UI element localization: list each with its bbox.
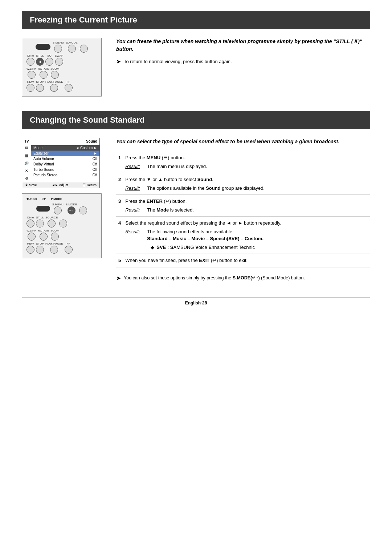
tv-menu-row-equalizer: Equalizer ►	[31, 151, 99, 156]
section-freeze: Freezing the Current Picture S.MENU S.MO…	[22, 11, 370, 97]
diamond-icon: ◆	[151, 244, 154, 251]
remote-image-col: S.MENU S.MODE DNIe	[22, 38, 105, 97]
tv-menu-row-dolby: Dolby Virtual : Off	[31, 161, 99, 167]
step-content-2: Press the ▼ or ▲ button to select Sound.…	[123, 173, 370, 195]
menu-bold: MENU	[147, 155, 160, 160]
sound-text-col: You can select the type of special sound…	[116, 138, 370, 283]
step-content-1: Press the MENU (☰) button. Result: The m…	[123, 151, 370, 173]
mode-label: Mode	[33, 146, 42, 150]
tv-icon-bars: ▦	[25, 153, 28, 157]
tv-icon-screen: 🖥	[25, 146, 28, 150]
tv-label: TV	[24, 139, 29, 143]
step-row-2: 2 Press the ▼ or ▲ button to select Soun…	[116, 173, 370, 195]
arrow-right-icon: ➤	[116, 58, 121, 65]
enter-bold: ENTER	[147, 198, 163, 204]
turbo-value: : Off	[90, 168, 97, 172]
sve-note: ◆ SVE : SAMSUNG Voice Enhancement Techni…	[151, 244, 264, 251]
step-2-action: Press the ▼ or ▲ button to select Sound.	[125, 176, 368, 183]
mode-value: ◄ Custom ►	[75, 146, 97, 150]
step-1-action: Press the MENU (☰) button.	[125, 154, 368, 161]
tv-menu-row-pseudo: Pseudo Stereo : Off	[31, 172, 99, 178]
step-1-result: Result: The main menu is displayed.	[125, 163, 368, 170]
freeze-intro: You can freeze the picture when watching…	[116, 38, 370, 53]
steps-table: 1 Press the MENU (☰) button. Result: The…	[116, 151, 370, 267]
step-3-result: Result: The Mode is selected.	[125, 206, 368, 214]
step-content-4: Select the required sound effect by pres…	[123, 217, 370, 254]
page-number: English-28	[185, 300, 207, 306]
tv-menu-header: TV Sound	[22, 138, 99, 144]
bottom-note-text: You can also set these options simply by…	[124, 275, 305, 282]
result-text-4: The following sound effects are availabl…	[147, 228, 264, 251]
equalizer-label: Equalizer	[33, 151, 49, 155]
tv-icon-settings: ⚙	[25, 176, 28, 180]
step-content-5: When you have finished, press the EXIT (…	[123, 254, 370, 267]
tv-menu-body: 🖥 ▦ 🔊 ✕ ⚙ Mode ◄ Custom ► Equalize	[22, 144, 99, 182]
auto-volume-value: : Off	[90, 157, 97, 161]
freeze-note-text: To return to normal viewing, press this …	[124, 59, 232, 64]
footer-move: ❖ Move	[25, 183, 37, 187]
standard-chain: Standard – Music – Movie – Speech(SVE) –…	[147, 235, 264, 242]
section-freeze-text: You can freeze the picture when watching…	[116, 38, 370, 68]
step-num-1: 1	[116, 151, 123, 173]
tv-menu-rows: Mode ◄ Custom ► Equalizer ► Auto Volume …	[31, 144, 99, 182]
freeze-arrow-note: ➤ To return to normal viewing, press thi…	[116, 59, 370, 65]
step-row-1: 1 Press the MENU (☰) button. Result: The…	[116, 151, 370, 173]
tv-side-icons: 🖥 ▦ 🔊 ✕ ⚙	[22, 144, 31, 182]
bottom-arrow-icon: ➤	[116, 274, 121, 283]
sound-image-col: TV Sound 🖥 ▦ 🔊 ✕ ⚙ Mode	[22, 138, 105, 258]
result-label-3: Result:	[125, 206, 143, 214]
section-freeze-content: S.MENU S.MODE DNIe	[22, 38, 370, 97]
result-label-2: Result:	[125, 185, 143, 192]
pseudo-label: Pseudo Stereo	[33, 173, 57, 177]
result-text-3: The Mode is selected.	[147, 206, 194, 214]
sound-bold: Sound	[197, 177, 212, 182]
result-text-2: The options available in the Sound group…	[147, 185, 265, 192]
sve-text: SVE : SAMSUNG Voice Enhancement Technic	[156, 244, 255, 251]
tv-icon-x: ✕	[25, 169, 28, 173]
remote-control-illustration: S.MENU S.MODE DNIe	[22, 38, 102, 97]
result-text-4-line1: The following sound effects are availabl…	[147, 228, 264, 235]
equalizer-value: ►	[94, 151, 97, 155]
step-num-5: 5	[116, 254, 123, 267]
result-text-1: The main menu is displayed.	[147, 163, 207, 170]
tv-menu-row-autovolume: Auto Volume : Off	[31, 156, 99, 161]
step-5-action: When you have finished, press the EXIT (…	[125, 257, 368, 264]
smode-bold: S.MODE(↵↑)	[233, 275, 260, 280]
turbo-label: Turbo Sound	[33, 168, 54, 172]
auto-volume-label: Auto Volume	[33, 157, 54, 161]
footer-adjust: ◄► Adjust	[52, 183, 68, 187]
step-row-3: 3 Press the ENTER (↵) button. Result: Th…	[116, 195, 370, 217]
bottom-note: ➤ You can also set these options simply …	[116, 275, 370, 283]
page-footer: English-28	[22, 297, 370, 306]
sound-label: Sound	[86, 139, 97, 143]
step-num-3: 3	[116, 195, 123, 217]
section-sound-content: TV Sound 🖥 ▦ 🔊 ✕ ⚙ Mode	[22, 138, 370, 283]
dolby-label: Dolby Virtual	[33, 162, 54, 166]
dolby-value: : Off	[90, 162, 97, 166]
tv-menu-box: TV Sound 🖥 ▦ 🔊 ✕ ⚙ Mode	[22, 138, 100, 188]
result-label-4: Result:	[125, 228, 143, 251]
tv-menu-row-turbo: Turbo Sound : Off	[31, 167, 99, 172]
section-sound-title: Changing the Sound Standard	[22, 111, 370, 129]
exit-bold: EXIT	[199, 258, 209, 263]
footer-return: ☰ Return	[83, 183, 97, 187]
section-freeze-title: Freezing the Current Picture	[22, 11, 370, 29]
step-4-action: Select the required sound effect by pres…	[125, 220, 368, 227]
tv-icon-speaker: 🔊	[24, 161, 29, 165]
step-content-3: Press the ENTER (↵) button. Result: The …	[123, 195, 370, 217]
step-row-4: 4 Select the required sound effect by pr…	[116, 217, 370, 254]
pseudo-value: : Off	[90, 173, 97, 177]
result-label-1: Result:	[125, 163, 143, 170]
step-row-5: 5 When you have finished, press the EXIT…	[116, 254, 370, 267]
step-4-result: Result: The following sound effects are …	[125, 228, 368, 251]
tv-menu-mode-row: Mode ◄ Custom ►	[31, 145, 99, 151]
tv-menu-footer: ❖ Move ◄► Adjust ☰ Return	[22, 182, 99, 188]
step-num-2: 2	[116, 173, 123, 195]
step-3-action: Press the ENTER (↵) button.	[125, 198, 368, 205]
remote-control-sound: TURBO ▽P P.MODE S.MENU S.MODE ↵↑	[22, 193, 102, 258]
sound-intro: You can select the type of special sound…	[116, 138, 370, 145]
step-num-4: 4	[116, 217, 123, 254]
section-sound: Changing the Sound Standard TV Sound 🖥 ▦…	[22, 111, 370, 283]
step-2-result: Result: The options available in the Sou…	[125, 185, 368, 192]
